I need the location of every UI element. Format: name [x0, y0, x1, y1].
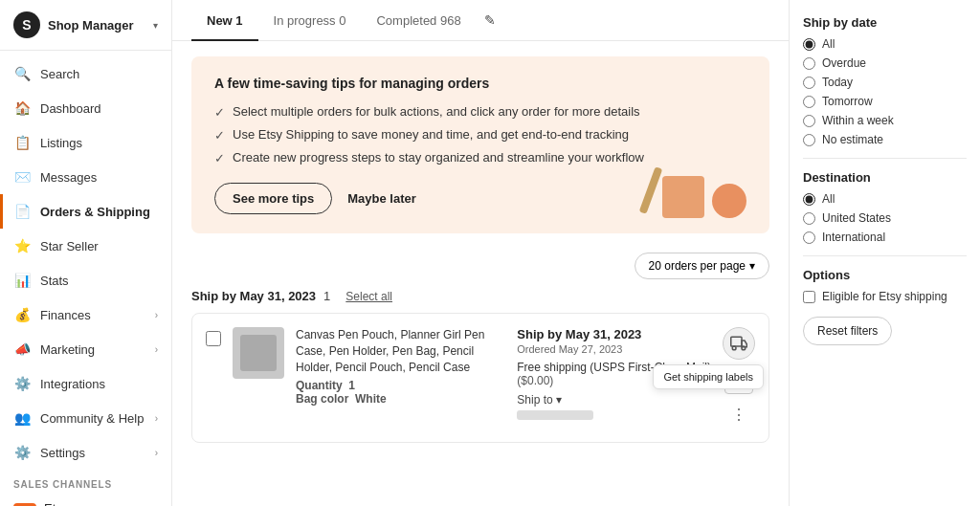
radio-dest-all[interactable] [803, 193, 815, 206]
filter-within-week[interactable]: Within a week [803, 114, 967, 127]
filter-dest-us[interactable]: United States [803, 211, 967, 225]
see-more-tips-button[interactable]: See more tips [214, 183, 332, 214]
sidebar-item-integrations[interactable]: ⚙️ Integrations [0, 366, 171, 401]
filter-no-estimate[interactable]: No estimate [803, 133, 967, 146]
tips-banner: A few time-saving tips for managing orde… [191, 56, 769, 233]
order-checkbox[interactable] [206, 331, 221, 346]
sidebar-item-orders-shipping[interactable]: 📄 Orders & Shipping [0, 194, 171, 229]
radio-overdue[interactable] [803, 57, 815, 70]
sidebar-item-settings[interactable]: ⚙️ Settings › [0, 435, 171, 470]
chevron-right-icon: › [155, 344, 158, 355]
tab-new-label: New [207, 13, 235, 28]
shop-manager-title: Shop Manager [48, 18, 134, 33]
truck-icon [730, 335, 747, 352]
right-filter-panel: Ship by date All Overdue Today Tomorrow … [789, 0, 980, 506]
tip-text-2: Use Etsy Shipping to save money and time… [233, 127, 629, 142]
order-ordered-date: Ordered May 27, 2023 [517, 343, 711, 355]
tip-item-3: ✓ Create new progress steps to stay orga… [214, 150, 746, 165]
sidebar-item-listings[interactable]: 📋 Listings [0, 125, 171, 160]
quantity-label: Quantity [296, 379, 343, 392]
tip-text-1: Select multiple orders for bulk actions,… [233, 104, 640, 119]
main-scroll-area: A few time-saving tips for managing orde… [172, 41, 789, 506]
sidebar-item-stats[interactable]: 📊 Stats [0, 263, 171, 297]
filter-all-dates[interactable]: All [803, 37, 967, 51]
checkmark-icon: ✓ [214, 151, 225, 165]
sidebar-item-dashboard[interactable]: 🏠 Dashboard [0, 91, 171, 125]
bag-color-label: Bag color [296, 392, 348, 406]
filter-etsy-shipping-label: Eligible for Etsy shipping [822, 290, 947, 303]
tab-in-progress-label: In progress [274, 13, 340, 28]
maybe-later-button[interactable]: Maybe later [347, 191, 416, 206]
chevron-down-icon: ▾ [749, 259, 755, 273]
filter-etsy-shipping[interactable]: Eligible for Etsy shipping [803, 290, 967, 303]
chevron-right-icon: › [155, 310, 158, 320]
tab-new[interactable]: New 1 [191, 0, 258, 41]
order-more-options-button[interactable]: ⋮ [724, 400, 753, 429]
ship-to-button[interactable]: Ship to ▾ [517, 393, 561, 407]
sidebar-item-label: Search [40, 67, 79, 81]
radio-no-estimate[interactable] [803, 134, 815, 146]
checkmark-icon: ✓ [214, 105, 225, 120]
sidebar-item-label: Integrations [40, 377, 105, 391]
sidebar-item-label: Finances [40, 308, 91, 322]
order-title: Canvas Pen Pouch, Planner Girl Pen Case,… [296, 327, 494, 375]
reset-filters-button[interactable]: Reset filters [803, 317, 892, 345]
tab-completed-count: 968 [440, 13, 461, 28]
get-shipping-labels-button[interactable]: Get shipping labels [723, 327, 755, 360]
filter-overdue[interactable]: Overdue [803, 56, 967, 70]
destination-filter-title: Destination [803, 170, 967, 185]
bag-color-value: White [355, 392, 387, 406]
sidebar-item-star-seller[interactable]: ⭐ Star Seller [0, 229, 171, 263]
sidebar-channel-etsy[interactable]: E Etsy KraftyPlanner ✎ [0, 494, 171, 506]
radio-within-week[interactable] [803, 115, 815, 127]
chevron-right-icon: › [155, 448, 158, 458]
sidebar-item-messages[interactable]: ✉️ Messages [0, 160, 171, 194]
tab-in-progress[interactable]: In progress 0 [258, 0, 362, 41]
chevron-right-icon: › [155, 413, 158, 424]
radio-dest-intl[interactable] [803, 231, 815, 244]
filter-divider-1 [803, 158, 967, 159]
tip-item-2: ✓ Use Etsy Shipping to save money and ti… [214, 127, 746, 143]
filter-tomorrow[interactable]: Tomorrow [803, 95, 967, 108]
filter-dest-intl[interactable]: International [803, 231, 967, 244]
edit-tabs-icon[interactable]: ✎ [484, 12, 496, 28]
etsy-channel-text: Etsy KraftyPlanner [44, 501, 108, 506]
radio-tomorrow[interactable] [803, 96, 815, 108]
sidebar-item-marketing[interactable]: 📣 Marketing › [0, 332, 171, 366]
per-page-label: 20 orders per page [649, 259, 746, 273]
community-icon: 👥 [13, 409, 31, 427]
filter-today[interactable]: Today [803, 76, 967, 89]
order-quantity: Quantity 1 [296, 379, 494, 392]
tips-list: ✓ Select multiple orders for bulk action… [214, 104, 746, 165]
select-all-link[interactable]: Select all [345, 290, 392, 303]
checkbox-etsy-shipping[interactable] [803, 291, 815, 303]
ship-by-date-filter-title: Ship by date [803, 15, 967, 30]
sidebar-item-label: Messages [40, 170, 97, 185]
tip-item-1: ✓ Select multiple orders for bulk action… [214, 104, 746, 120]
radio-all-dates[interactable] [803, 38, 815, 51]
per-page-button[interactable]: 20 orders per page ▾ [635, 253, 769, 279]
filter-dest-all[interactable]: All [803, 192, 967, 206]
sidebar-item-label: Stats [40, 274, 69, 288]
logo-chevron-down-icon: ▾ [153, 20, 158, 31]
settings-icon: ⚙️ [13, 444, 31, 461]
messages-icon: ✉️ [13, 168, 31, 186]
order-details: Canvas Pen Pouch, Planner Girl Pen Case,… [296, 327, 494, 406]
sidebar-item-label: Marketing [40, 342, 95, 357]
tab-in-progress-count: 0 [339, 13, 345, 28]
finances-icon: 💰 [13, 306, 31, 323]
sidebar-item-community-help[interactable]: 👥 Community & Help › [0, 401, 171, 435]
order-row: Canvas Pen Pouch, Planner Girl Pen Case,… [191, 313, 769, 443]
radio-today[interactable] [803, 77, 815, 89]
sales-channels-label: SALES CHANNELS [0, 470, 171, 494]
ship-to-address-placeholder [517, 410, 593, 420]
order-group-header: Ship by May 31, 2023 1 Select all [191, 289, 769, 303]
filter-overdue-label: Overdue [822, 56, 866, 70]
shop-manager-logo[interactable]: S Shop Manager ▾ [0, 0, 171, 51]
radio-dest-us[interactable] [803, 212, 815, 225]
tab-completed[interactable]: Completed 968 [361, 0, 476, 41]
sidebar-item-finances[interactable]: 💰 Finances › [0, 297, 171, 332]
tips-illustration [647, 166, 746, 218]
sidebar-item-search[interactable]: 🔍 Search [0, 56, 171, 91]
search-icon: 🔍 [13, 65, 31, 82]
